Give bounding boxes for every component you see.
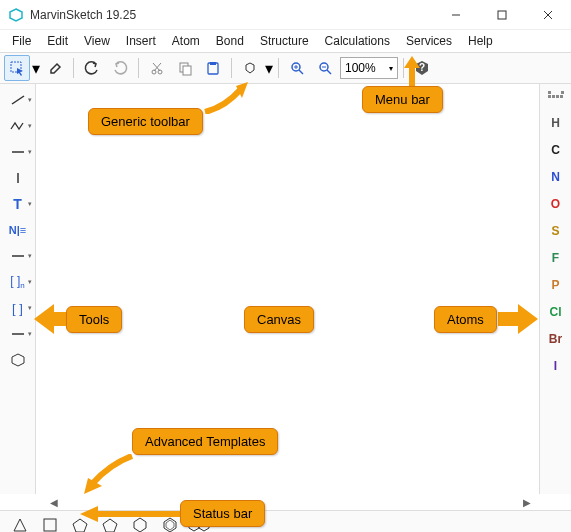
svg-marker-48 (34, 304, 70, 334)
dash-tool[interactable]: ▾ (3, 140, 33, 164)
zoom-field[interactable]: 100%▾ (340, 57, 398, 79)
app-icon (8, 7, 24, 23)
svg-line-16 (299, 70, 303, 74)
atom-s[interactable]: S (551, 222, 559, 240)
line-tool[interactable]: ▾ (3, 88, 33, 112)
svg-line-24 (12, 96, 24, 104)
zoom-out-button[interactable] (312, 55, 338, 81)
menu-view[interactable]: View (76, 32, 118, 50)
atom-f[interactable]: F (552, 249, 559, 267)
svg-rect-35 (560, 95, 563, 98)
callout-atoms: Atoms (434, 306, 497, 333)
menu-edit[interactable]: Edit (39, 32, 76, 50)
copy-button[interactable] (172, 55, 198, 81)
atom-p[interactable]: P (551, 276, 559, 294)
arrow-atoms (498, 302, 538, 336)
select-tool[interactable] (4, 55, 30, 81)
svg-rect-33 (552, 95, 555, 98)
select-dropdown[interactable]: ▾ (32, 59, 40, 78)
text-tool[interactable]: T▾ (3, 192, 33, 216)
svg-marker-14 (246, 63, 254, 73)
atom-i[interactable]: I (554, 357, 557, 375)
arrow-templates (82, 454, 136, 494)
paste-button[interactable] (200, 55, 226, 81)
zoom-value: 100% (345, 61, 376, 75)
erase-tool[interactable] (42, 55, 68, 81)
svg-marker-29 (12, 354, 24, 366)
callout-templates: Advanced Templates (132, 428, 278, 455)
minimize-button[interactable] (433, 0, 479, 30)
atoms-sidebar: H C N O S F P Cl Br I (539, 84, 571, 494)
svg-rect-2 (498, 11, 506, 19)
generic-toolbar: ▾ ▾ 100%▾ ? (0, 52, 571, 84)
bracket-n-tool[interactable]: [ ]n▾ (3, 270, 33, 294)
atom-h[interactable]: H (551, 114, 560, 132)
svg-rect-11 (183, 66, 191, 75)
atom-c[interactable]: C (551, 141, 560, 159)
menu-bar: File Edit View Insert Atom Bond Structur… (0, 30, 571, 52)
arrow-toolbar (200, 82, 250, 114)
close-button[interactable] (525, 0, 571, 30)
menu-atom[interactable]: Atom (164, 32, 208, 50)
menu-calculations[interactable]: Calculations (317, 32, 398, 50)
zigzag-tool[interactable]: ▾ (3, 114, 33, 138)
zoom-in-button[interactable] (284, 55, 310, 81)
svg-rect-32 (548, 95, 551, 98)
svg-marker-51 (80, 506, 98, 522)
svg-marker-49 (498, 304, 538, 334)
undo-button[interactable] (79, 55, 105, 81)
callout-toolbar: Generic toolbar (88, 108, 203, 135)
menu-bond[interactable]: Bond (208, 32, 252, 50)
bracket-tool[interactable]: [ ]▾ (3, 296, 33, 320)
svg-rect-31 (561, 91, 564, 94)
template-triangle[interactable] (8, 513, 32, 532)
vline-tool[interactable] (3, 166, 33, 190)
svg-rect-13 (210, 62, 216, 65)
callout-menubar: Menu bar (362, 86, 443, 113)
callout-canvas: Canvas (244, 306, 314, 333)
atom-cl[interactable]: Cl (550, 303, 562, 321)
svg-marker-36 (14, 519, 26, 531)
callout-tools: Tools (66, 306, 122, 333)
svg-rect-37 (44, 519, 56, 531)
atom-o[interactable]: O (551, 195, 560, 213)
svg-marker-0 (10, 9, 22, 21)
menu-file[interactable]: File (4, 32, 39, 50)
canvas[interactable] (36, 84, 539, 494)
dash3-tool[interactable]: ▾ (3, 322, 33, 346)
periodic-icon[interactable] (547, 90, 565, 105)
dash2-tool[interactable]: ▾ (3, 244, 33, 268)
name-tool[interactable]: N|≡ (3, 218, 33, 242)
atom-br[interactable]: Br (549, 330, 562, 348)
template-square[interactable] (38, 513, 62, 532)
redo-button[interactable] (107, 55, 133, 81)
maximize-button[interactable] (479, 0, 525, 30)
svg-line-20 (327, 70, 331, 74)
clean-tool[interactable] (237, 55, 263, 81)
callout-status: Status bar (180, 500, 265, 527)
tools-sidebar: ▾ ▾ ▾ T▾ N|≡ ▾ [ ]n▾ [ ]▾ ▾ (0, 84, 36, 494)
hex-tool[interactable] (3, 348, 33, 372)
window-title: MarvinSketch 19.25 (30, 8, 433, 22)
menu-services[interactable]: Services (398, 32, 460, 50)
svg-rect-30 (548, 91, 551, 94)
arrow-status (80, 504, 182, 524)
title-bar: MarvinSketch 19.25 (0, 0, 571, 30)
svg-rect-34 (556, 95, 559, 98)
menu-structure[interactable]: Structure (252, 32, 317, 50)
arrow-menubar (402, 56, 422, 90)
scroll-right-icon[interactable]: ▶ (523, 497, 531, 508)
atom-n[interactable]: N (551, 168, 560, 186)
menu-help[interactable]: Help (460, 32, 501, 50)
cut-button[interactable] (144, 55, 170, 81)
arrow-tools (34, 302, 70, 336)
clean-dropdown[interactable]: ▾ (265, 59, 273, 78)
svg-marker-46 (404, 56, 420, 68)
menu-insert[interactable]: Insert (118, 32, 164, 50)
scroll-left-icon[interactable]: ◀ (50, 497, 58, 508)
